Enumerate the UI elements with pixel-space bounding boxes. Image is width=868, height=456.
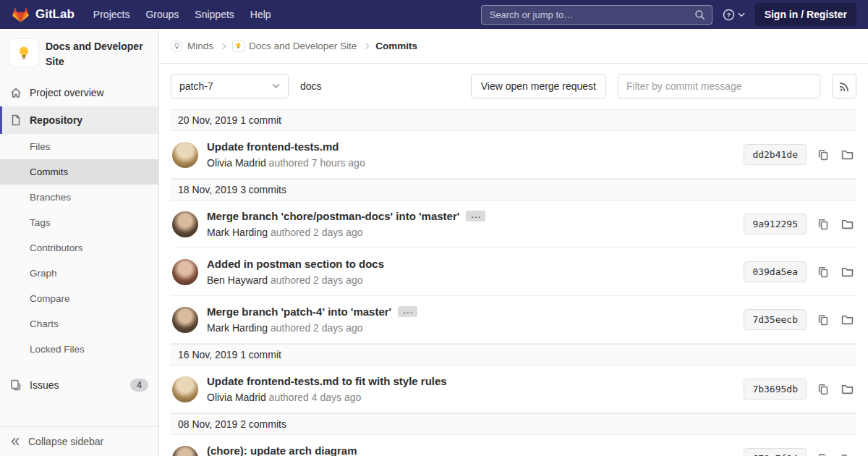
breadcrumb-current: Commits [375, 41, 417, 51]
project-avatar [9, 38, 38, 67]
commit-row: (chore): update arch diagram Mark Hardin… [171, 435, 856, 456]
commit-sha[interactable]: 7d35eecb [744, 309, 807, 330]
help-dropdown[interactable]: ? [723, 9, 745, 21]
commit-title-link[interactable]: (chore): update arch diagram [207, 444, 357, 456]
commit-time: authored 2 days ago [271, 227, 363, 238]
breadcrumb-group[interactable]: Minds [171, 40, 213, 52]
sign-in-button[interactable]: Sign in / Register [755, 3, 856, 26]
issues-count-badge: 4 [130, 379, 148, 392]
sidebar-item-tags[interactable]: Tags [0, 210, 158, 235]
commit-time: authored 7 hours ago [269, 157, 365, 169]
sidebar-item-charts[interactable]: Charts [0, 311, 158, 337]
document-icon [10, 114, 22, 126]
view-merge-request-button[interactable]: View open merge request [471, 74, 606, 98]
gitlab-logo[interactable]: GitLab [12, 6, 75, 23]
author-avatar[interactable] [172, 376, 198, 402]
commits-list: 20 Nov, 2019 1 commit Update frontend-te… [171, 109, 856, 456]
author-avatar[interactable] [172, 211, 198, 237]
commit-time: authored 2 days ago [271, 274, 363, 286]
commit-actions: 670e7f84 [744, 448, 856, 456]
sidebar-item-files[interactable]: Files [0, 134, 158, 159]
menu-help[interactable]: Help [243, 4, 278, 25]
commit-description-expander[interactable]: … [398, 306, 417, 317]
commit-sha[interactable]: 670e7f84 [744, 448, 807, 456]
sidebar-item-repository[interactable]: Repository [0, 106, 158, 134]
chevron-right-icon [220, 43, 226, 48]
commit-title-link[interactable]: Merge branch 'chore/postman-docs' into '… [207, 210, 459, 222]
sidebar-item-project-overview[interactable]: Project overview [0, 79, 158, 106]
commit-author-link[interactable]: Mark Harding [207, 227, 268, 238]
commit-sha[interactable]: 039da5ea [744, 261, 807, 282]
breadcrumb-project[interactable]: Docs and Developer Site [232, 40, 357, 52]
sidebar-item-branches[interactable]: Branches [0, 185, 158, 210]
commit-author-link[interactable]: Ben Hayward [207, 274, 268, 286]
sidebar-item-commits[interactable]: Commits [0, 159, 158, 185]
sidebar-item-issues[interactable]: Issues 4 [0, 371, 158, 400]
commit-actions: 9a912295 [744, 214, 856, 235]
issues-icon [10, 379, 22, 391]
commit-meta: Olivia Madrid authored 4 days ago [207, 392, 735, 403]
copy-sha-button[interactable] [816, 265, 830, 279]
sidebar-item-locked-files[interactable]: Locked Files [0, 337, 158, 362]
copy-sha-button[interactable] [816, 452, 830, 456]
breadcrumb-group-label: Minds [187, 41, 213, 51]
sidebar-item-graph[interactable]: Graph [0, 261, 158, 286]
commit-actions: 7d35eecb [744, 309, 856, 330]
commit-sha[interactable]: dd2b41de [744, 144, 807, 165]
project-context[interactable]: Docs and Developer Site [0, 29, 158, 79]
copy-sha-button[interactable] [816, 382, 830, 397]
author-avatar[interactable] [172, 446, 198, 456]
commit-title-link[interactable]: Added in postman section to docs [207, 258, 384, 270]
commit-actions: 7b3695db [744, 379, 856, 400]
commit-filter-input[interactable] [618, 74, 820, 98]
commit-title-link[interactable]: Update frontend-tests.md to fit with sty… [207, 375, 447, 387]
browse-files-button[interactable] [840, 147, 855, 162]
commit-row: Update frontend-tests.md Olivia Madrid a… [171, 131, 856, 179]
browse-files-button[interactable] [840, 312, 855, 327]
sidebar-item-label: Repository [30, 114, 82, 126]
author-avatar[interactable] [172, 307, 198, 333]
chevron-down-icon [272, 83, 280, 89]
commit-title-link[interactable]: Merge branch 'patch-4' into 'master' [207, 305, 391, 318]
rss-feed-button[interactable] [832, 74, 856, 98]
author-avatar[interactable] [172, 259, 198, 285]
path-breadcrumb[interactable]: docs [300, 80, 322, 92]
collapse-sidebar-button[interactable]: Collapse sidebar [0, 426, 158, 456]
commit-author-link[interactable]: Olivia Madrid [207, 392, 266, 403]
main-menu: Projects Groups Snippets Help [86, 4, 278, 25]
branch-selector-dropdown[interactable]: patch-7 [171, 74, 289, 98]
menu-projects[interactable]: Projects [86, 4, 137, 25]
menu-snippets[interactable]: Snippets [187, 4, 241, 25]
copy-sha-button[interactable] [816, 217, 830, 232]
menu-groups[interactable]: Groups [138, 4, 186, 25]
search-input[interactable] [488, 9, 690, 21]
commit-sha[interactable]: 7b3695db [744, 379, 807, 400]
question-circle-icon: ? [723, 9, 735, 21]
tanuki-icon [12, 6, 30, 23]
sidebar-item-compare[interactable]: Compare [0, 286, 158, 311]
copy-sha-button[interactable] [816, 148, 830, 162]
sidebar-item-contributors[interactable]: Contributors [0, 235, 158, 261]
brand-name: GitLab [35, 7, 75, 22]
commit-actions: 039da5ea [744, 261, 856, 282]
copy-sha-button[interactable] [816, 313, 830, 327]
browse-files-button[interactable] [840, 216, 855, 232]
commit-date-header: 18 Nov, 2019 3 commits [171, 179, 856, 200]
commit-title-link[interactable]: Update frontend-tests.md [207, 140, 339, 153]
browse-files-button[interactable] [840, 264, 855, 279]
collapse-label: Collapse sidebar [28, 436, 103, 447]
commit-sha[interactable]: 9a912295 [744, 214, 807, 235]
commit-time: authored 4 days ago [269, 392, 362, 403]
project-sidebar: Docs and Developer Site Project overview… [0, 29, 159, 456]
browse-files-button[interactable] [840, 451, 855, 456]
commit-description-expander[interactable]: … [466, 211, 485, 221]
search-icon [694, 9, 705, 20]
top-navbar: GitLab Projects Groups Snippets Help ? S… [0, 0, 868, 29]
author-avatar[interactable] [172, 142, 198, 168]
commit-actions: dd2b41de [744, 144, 856, 165]
commit-author-link[interactable]: Olivia Madrid [207, 157, 266, 169]
commit-row: Added in postman section to docs Ben Hay… [171, 248, 856, 296]
browse-files-button[interactable] [840, 381, 855, 397]
commit-author-link[interactable]: Mark Harding [207, 322, 268, 334]
commit-row: Update frontend-tests.md to fit with sty… [171, 366, 856, 413]
